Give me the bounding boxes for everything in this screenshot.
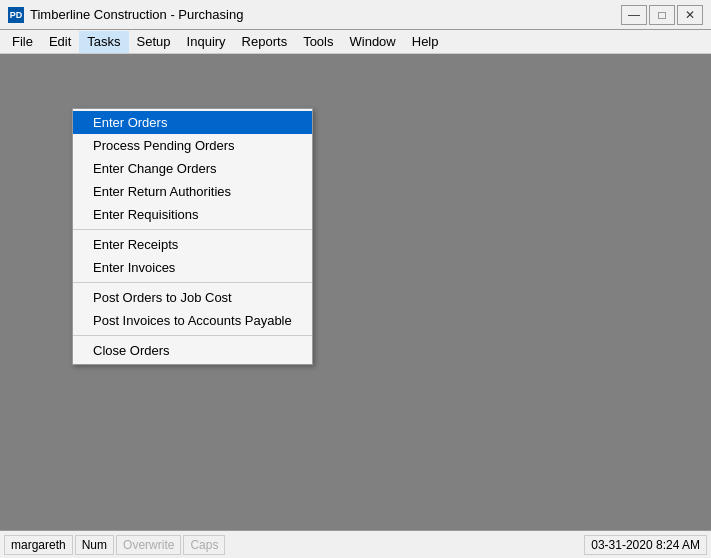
menu-item-setup[interactable]: Setup	[129, 31, 179, 53]
app-title: Timberline Construction - Purchasing	[30, 7, 621, 22]
status-caps: Caps	[183, 535, 225, 555]
menu-item-tasks[interactable]: Tasks	[79, 31, 128, 53]
status-overwrite: Overwrite	[116, 535, 181, 555]
dropdown-item-close-orders[interactable]: Close Orders	[73, 339, 312, 362]
separator-2	[73, 282, 312, 283]
dropdown-item-enter-return-authorities[interactable]: Enter Return Authorities	[73, 180, 312, 203]
status-user: margareth	[4, 535, 73, 555]
menu-item-file[interactable]: File	[4, 31, 41, 53]
main-content: Enter Orders Process Pending Orders Ente…	[0, 54, 711, 530]
menu-item-tools[interactable]: Tools	[295, 31, 341, 53]
dropdown-item-enter-change-orders[interactable]: Enter Change Orders	[73, 157, 312, 180]
dropdown-item-process-pending-orders[interactable]: Process Pending Orders	[73, 134, 312, 157]
separator-1	[73, 229, 312, 230]
dropdown-item-enter-orders[interactable]: Enter Orders	[73, 111, 312, 134]
menu-bar: File Edit Tasks Setup Inquiry Reports To…	[0, 30, 711, 54]
status-bar: margareth Num Overwrite Caps 03-31-2020 …	[0, 530, 711, 558]
app-icon: PD	[8, 7, 24, 23]
close-button[interactable]: ✕	[677, 5, 703, 25]
dropdown-item-enter-requisitions[interactable]: Enter Requisitions	[73, 203, 312, 226]
menu-item-edit[interactable]: Edit	[41, 31, 79, 53]
tasks-dropdown: Enter Orders Process Pending Orders Ente…	[72, 108, 313, 365]
minimize-button[interactable]: —	[621, 5, 647, 25]
dropdown-item-post-invoices-to-accounts-payable[interactable]: Post Invoices to Accounts Payable	[73, 309, 312, 332]
dropdown-item-enter-receipts[interactable]: Enter Receipts	[73, 233, 312, 256]
menu-item-help[interactable]: Help	[404, 31, 447, 53]
window-controls: — □ ✕	[621, 5, 703, 25]
menu-item-reports[interactable]: Reports	[234, 31, 296, 53]
maximize-button[interactable]: □	[649, 5, 675, 25]
menu-item-inquiry[interactable]: Inquiry	[179, 31, 234, 53]
dropdown-item-enter-invoices[interactable]: Enter Invoices	[73, 256, 312, 279]
title-bar: PD Timberline Construction - Purchasing …	[0, 0, 711, 30]
menu-item-window[interactable]: Window	[342, 31, 404, 53]
dropdown-item-post-orders-to-job-cost[interactable]: Post Orders to Job Cost	[73, 286, 312, 309]
status-datetime: 03-31-2020 8:24 AM	[584, 535, 707, 555]
separator-3	[73, 335, 312, 336]
status-num: Num	[75, 535, 114, 555]
